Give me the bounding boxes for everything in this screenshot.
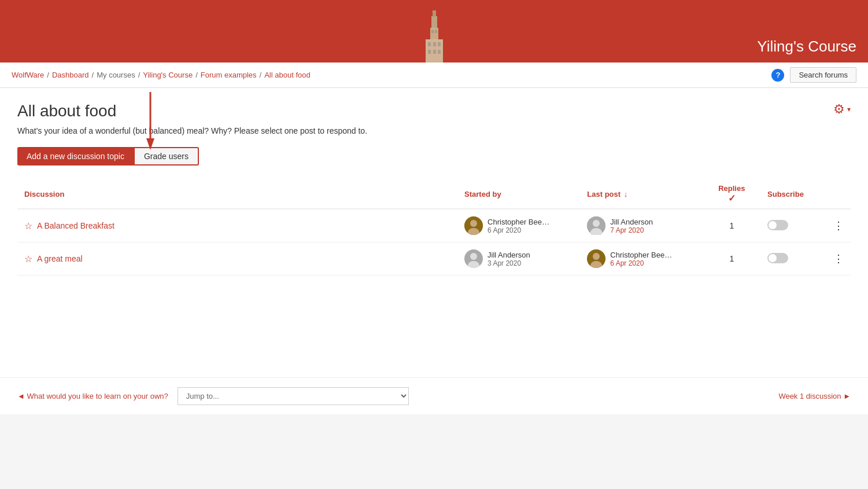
svg-rect-8 [433,50,436,54]
breadcrumb-yiling[interactable]: Yiling's Course [143,71,193,79]
discussion-cell-2: ☆ A great meal [17,242,457,275]
forum-table: Discussion Started by Last post ↓ Replie… [17,179,851,275]
tower-image [408,0,460,62]
forum-description: What's your idea of a wonderful (but bal… [17,126,851,135]
subscribe-toggle-1[interactable] [767,220,788,230]
th-replies: Replies ✓ [703,179,760,209]
svg-point-18 [593,220,600,227]
annotation-arrow [145,92,156,150]
actions-cell-1: ⋮ [826,209,851,242]
breadcrumb-actions: ? Search forums [771,67,856,83]
page-title: All about food [17,102,116,120]
more-options-icon-1[interactable]: ⋮ [833,220,844,231]
last-post-name-2: Christopher Bee… [610,251,672,259]
help-icon[interactable]: ? [771,69,784,82]
svg-point-21 [470,253,477,260]
replies-count-2: 1 [703,242,760,275]
jump-to-select[interactable]: Jump to... [178,387,409,405]
svg-rect-6 [438,42,441,46]
check-icon: ✓ [710,193,754,204]
avatar-jill-1 [587,216,605,235]
svg-point-24 [593,253,600,260]
breadcrumb-forum-examples[interactable]: Forum examples [201,71,257,79]
subscribe-cell-2 [760,242,826,275]
th-last-post[interactable]: Last post ↓ [580,179,703,209]
course-title: Yiling's Course [757,38,856,56]
svg-rect-7 [428,50,431,54]
gear-dropdown-arrow: ▾ [847,105,851,113]
last-post-cell-2: Christopher Bee… 6 Apr 2020 [580,242,703,275]
forum-header: All about food ⚙ ▾ [17,102,851,120]
settings-button[interactable]: ⚙ ▾ [833,102,851,117]
page-header: Yiling's Course [0,0,868,62]
discussion-link-1[interactable]: A Balanced Breakfast [37,221,114,230]
subscribe-cell-1 [760,209,826,242]
svg-rect-11 [435,30,437,33]
breadcrumb-mycourses: My courses [97,71,135,79]
th-started-by: Started by [457,179,580,209]
th-discussion: Discussion [17,179,457,209]
breadcrumb-bar: WolfWare / Dashboard / My courses / Yili… [0,62,868,88]
prev-link[interactable]: ◄ What would you like to learn on your o… [17,392,168,400]
avatar-christopher-2 [587,249,605,268]
sort-arrow-icon: ↓ [624,190,628,198]
star-icon-2[interactable]: ☆ [24,253,32,264]
table-row: ☆ A great meal [17,242,851,275]
started-by-cell-2: Jill Anderson 3 Apr 2020 [457,242,580,275]
avatar-christopher-1 [464,216,483,235]
subscribe-toggle-2[interactable] [767,253,788,263]
svg-rect-10 [431,30,434,33]
avatar-jill-started-2 [464,249,483,268]
breadcrumb-wolfware[interactable]: WolfWare [12,71,44,79]
breadcrumb-all-about-food[interactable]: All about food [264,71,311,79]
th-subscribe: Subscribe [760,179,826,209]
actions-cell-2: ⋮ [826,242,851,275]
last-post-date-1: 7 Apr 2020 [610,226,653,234]
breadcrumb-dashboard[interactable]: Dashboard [52,71,89,79]
last-post-name-1: Jill Anderson [610,218,653,226]
main-content: All about food ⚙ ▾ What's your idea of a… [0,88,868,377]
discussion-cell-1: ☆ A Balanced Breakfast [17,209,457,242]
grade-users-button[interactable]: Grade users [134,147,199,166]
svg-rect-3 [433,10,436,17]
started-by-date-1: 6 Apr 2020 [487,226,549,234]
star-icon[interactable]: ☆ [24,220,32,231]
svg-rect-9 [438,50,441,54]
add-discussion-button[interactable]: Add a new discussion topic [17,147,134,166]
started-by-name-1: Christopher Bee… [487,218,549,226]
gear-icon: ⚙ [833,102,845,117]
svg-rect-5 [433,42,436,46]
svg-rect-1 [430,28,438,41]
action-buttons-area: Add a new discussion topic Grade users [17,147,851,166]
th-actions [826,179,851,209]
last-post-cell-1: Jill Anderson 7 Apr 2020 [580,209,703,242]
svg-rect-2 [431,16,437,29]
started-by-cell-1: Christopher Bee… 6 Apr 2020 [457,209,580,242]
started-by-name-2: Jill Anderson [487,251,530,259]
replies-count-1: 1 [703,209,760,242]
svg-rect-4 [428,42,431,46]
svg-point-15 [470,220,477,227]
search-forums-button[interactable]: Search forums [790,67,856,83]
started-by-date-2: 3 Apr 2020 [487,259,530,267]
last-post-date-2: 6 Apr 2020 [610,259,672,267]
next-link[interactable]: Week 1 discussion ► [778,392,851,400]
discussion-link-2[interactable]: A great meal [37,254,83,263]
more-options-icon-2[interactable]: ⋮ [833,253,844,264]
table-row: ☆ A Balanced Breakfast [17,209,851,242]
bottom-navigation: ◄ What would you like to learn on your o… [0,377,868,414]
